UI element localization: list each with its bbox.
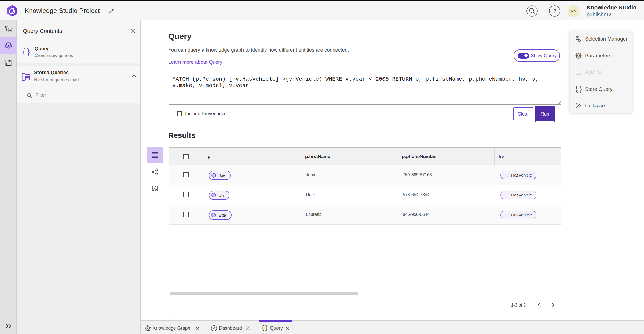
- svg-text:?: ?: [553, 8, 556, 15]
